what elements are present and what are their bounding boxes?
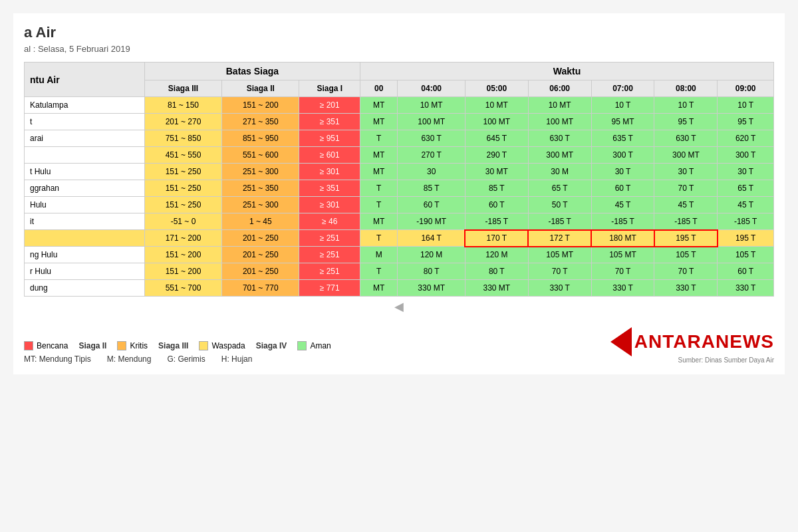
cell-t07: 95 MT <box>591 114 654 130</box>
cell-siaga3: -51 ~ 0 <box>144 213 221 230</box>
cell-siaga3: 751 ~ 850 <box>144 130 221 147</box>
cell-siaga2: 1 ~ 45 <box>222 213 299 230</box>
cell-name: t <box>25 114 145 130</box>
col-waktu: Waktu <box>360 63 774 80</box>
cell-t07: 45 T <box>591 197 654 213</box>
cell-siaga3: 201 ~ 270 <box>144 114 221 130</box>
legend-notes: MT: Mendung Tipis M: Mendung G: Gerimis … <box>24 354 331 364</box>
cell-t08: 105 T <box>654 247 718 263</box>
legend-siaga2: Siaga II <box>78 341 106 350</box>
cell-t00: T <box>360 230 398 247</box>
cell-t06: 172 T <box>528 230 591 247</box>
cell-siaga1: ≥ 251 <box>299 247 360 263</box>
cell-t00: MT <box>360 280 398 297</box>
cell-t04: 120 M <box>398 247 465 263</box>
legend-box-aman <box>297 341 307 350</box>
cell-t07: 180 MT <box>591 230 654 247</box>
cell-t06: 30 M <box>528 164 591 180</box>
col-batas-siaga: Batas Siaga <box>144 63 360 80</box>
cell-siaga1: ≥ 301 <box>299 164 360 180</box>
col-siaga3: Siaga III <box>144 80 221 97</box>
cell-t04: 80 T <box>398 263 465 280</box>
table-row: ng Hulu151 ~ 200201 ~ 250≥ 251M120 M120 … <box>25 247 774 263</box>
cell-t06: 630 T <box>528 130 591 147</box>
cell-siaga1: ≥ 351 <box>299 180 360 197</box>
cell-t00: MT <box>360 97 398 114</box>
legend-box-kritis <box>117 341 126 350</box>
cell-t07: 10 T <box>591 97 654 114</box>
cell-t09: 60 T <box>718 263 774 280</box>
cell-t08: 70 T <box>654 180 718 197</box>
cell-t05: 30 MT <box>465 164 528 180</box>
legend-section: Bencana Siaga II Kritis Siaga III Waspad… <box>24 341 331 350</box>
table-row: r Hulu151 ~ 200201 ~ 250≥ 251T80 T80 T70… <box>25 263 774 280</box>
cell-siaga1: ≥ 301 <box>299 197 360 213</box>
cell-t09: 65 T <box>718 180 774 197</box>
cell-t07: 105 MT <box>591 247 654 263</box>
cell-t00: T <box>360 180 398 197</box>
cell-t09: 105 T <box>718 247 774 263</box>
cell-siaga3: 171 ~ 200 <box>144 230 221 247</box>
cell-t06: 100 MT <box>528 114 591 130</box>
cell-t00: MT <box>360 147 398 164</box>
cell-t06: 70 T <box>528 263 591 280</box>
cell-t09: 330 T <box>718 280 774 297</box>
cell-t07: 300 T <box>591 147 654 164</box>
cell-siaga2: 251 ~ 350 <box>222 180 299 197</box>
cell-name <box>25 230 145 247</box>
cell-name: t Hulu <box>25 164 145 180</box>
legend-box-waspada <box>199 341 208 350</box>
cell-t05: 120 M <box>465 247 528 263</box>
cell-siaga2: 851 ~ 950 <box>222 130 299 147</box>
cell-t06: 50 T <box>528 197 591 213</box>
cell-t09: 95 T <box>718 114 774 130</box>
cell-t06: 65 T <box>528 180 591 197</box>
table-row: ggrahan151 ~ 250251 ~ 350≥ 351T85 T85 T6… <box>25 180 774 197</box>
legend-waspada: Waspada <box>199 341 245 350</box>
antara-source: Sumber: Dinas Sumber Daya Air <box>678 356 774 364</box>
cell-t00: MT <box>360 164 398 180</box>
cell-siaga1: ≥ 201 <box>299 97 360 114</box>
cell-t06: 300 MT <box>528 147 591 164</box>
cell-siaga1: ≥ 251 <box>299 230 360 247</box>
cell-siaga3: 151 ~ 250 <box>144 164 221 180</box>
cell-t00: T <box>360 263 398 280</box>
cell-t07: 60 T <box>591 180 654 197</box>
cell-siaga3: 151 ~ 250 <box>144 197 221 213</box>
cell-t09: 300 T <box>718 147 774 164</box>
cell-name: dung <box>25 280 145 297</box>
cell-siaga2: 201 ~ 250 <box>222 230 299 247</box>
cell-t07: -185 T <box>591 213 654 230</box>
table-row: it-51 ~ 01 ~ 45≥ 46MT-190 MT-185 T-185 T… <box>25 213 774 230</box>
table-scroll: ntu Air Batas Siaga Waktu Siaga III Siag… <box>24 62 774 297</box>
cell-siaga2: 271 ~ 350 <box>222 114 299 130</box>
cell-siaga2: 151 ~ 200 <box>222 97 299 114</box>
cell-siaga1: ≥ 771 <box>299 280 360 297</box>
cell-t04: 270 T <box>398 147 465 164</box>
cell-t08: 45 T <box>654 197 718 213</box>
legend-label-kritis: Kritis <box>130 341 148 350</box>
page-title: a Air <box>24 24 774 41</box>
cell-t09: 45 T <box>718 197 774 213</box>
cell-siaga3: 151 ~ 200 <box>144 263 221 280</box>
table-row: Katulampa81 ~ 150151 ~ 200≥ 201MT10 MT10… <box>25 97 774 114</box>
cell-t05: 645 T <box>465 130 528 147</box>
cell-t05: 10 MT <box>465 97 528 114</box>
cell-t08: 30 T <box>654 164 718 180</box>
page-wrapper: a Air al : Selasa, 5 Februari 2019 ntu A… <box>13 13 785 374</box>
cell-siaga2: 251 ~ 300 <box>222 197 299 213</box>
table-row: arai751 ~ 850851 ~ 950≥ 951T630 T645 T63… <box>25 130 774 147</box>
col-pintu-air: ntu Air <box>25 63 145 97</box>
cell-t00: T <box>360 197 398 213</box>
cell-siaga2: 201 ~ 250 <box>222 263 299 280</box>
col-t00: 00 <box>360 80 398 97</box>
cell-t05: 170 T <box>465 230 528 247</box>
col-siaga2: Siaga II <box>222 80 299 97</box>
cell-t07: 70 T <box>591 263 654 280</box>
cell-t07: 330 T <box>591 280 654 297</box>
legend-area: Bencana Siaga II Kritis Siaga III Waspad… <box>24 331 331 364</box>
cell-t08: 195 T <box>654 230 718 247</box>
col-t05: 05:00 <box>465 80 528 97</box>
cell-t04: 85 T <box>398 180 465 197</box>
cell-t06: 330 T <box>528 280 591 297</box>
